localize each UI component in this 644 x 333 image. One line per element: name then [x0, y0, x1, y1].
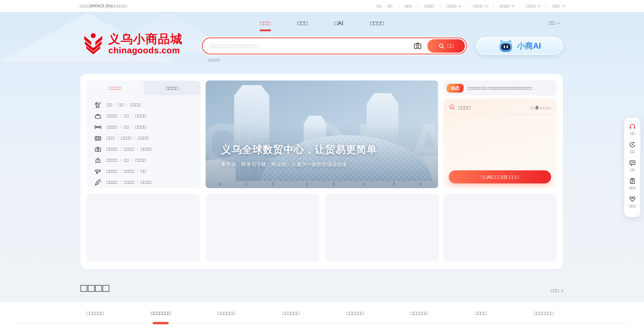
- ai-pill-label: 小商AI: [517, 41, 541, 51]
- topbar-link[interactable]: □□□□: [520, 4, 540, 8]
- category-tab-markets[interactable]: □□□□: [87, 80, 144, 95]
- search-input[interactable]: [210, 43, 411, 49]
- hero-banner[interactable]: GLOBAL: [206, 80, 438, 188]
- stock-ticker: □□□□(600415.SH)□□□□□□: [80, 4, 127, 8]
- points-count: 0: [535, 105, 538, 110]
- see-more-link[interactable]: □□□: [551, 288, 563, 293]
- separator: /: [120, 158, 121, 163]
- bottom-tab[interactable]: □□□□□□□: [534, 311, 553, 326]
- nav-tab-ai[interactable]: □AI: [334, 17, 343, 32]
- nav-tab-market[interactable]: □□□: [260, 17, 270, 32]
- toolbox-icon: [94, 145, 102, 153]
- separator: /: [126, 103, 127, 107]
- category-link[interactable]: □□: [124, 113, 129, 118]
- separator: /: [137, 147, 138, 152]
- category-row: □□□□/ □□/ □□□□: [94, 121, 201, 132]
- stroller-icon: [94, 101, 102, 109]
- main-nav: □□□ □□□ □AI □□□□: [0, 17, 644, 32]
- category-link[interactable]: □□□□: [107, 113, 117, 118]
- topbar-link[interactable]: □□□: [398, 4, 412, 8]
- category-tab-industry[interactable]: □□□□: [144, 80, 201, 95]
- banner-title: 义乌全球数贸中心，让贸易更简单: [221, 143, 377, 157]
- category-link[interactable]: □□: [141, 169, 146, 174]
- topbar-link[interactable]: □□□□: [440, 4, 461, 8]
- topbar-link[interactable]: □□: [377, 4, 382, 8]
- ai-card-meta: □□0□□□□□: [530, 105, 551, 110]
- bow-tie-icon: [94, 123, 102, 131]
- placeholder-card: [206, 194, 319, 261]
- category-link[interactable]: □□□□: [136, 113, 146, 118]
- section-title: □□□□: [80, 282, 110, 294]
- sidebar-item-service[interactable]: □□: [629, 123, 636, 135]
- topbar-link[interactable]: □□□□: [418, 4, 434, 8]
- bottom-tab[interactable]: □□□□□□: [346, 311, 364, 326]
- bottom-tab[interactable]: □□□□□□: [87, 311, 104, 326]
- category-link[interactable]: □□□□: [136, 158, 146, 163]
- topbar-link[interactable]: □□□: [546, 4, 564, 8]
- separator: /: [115, 103, 116, 107]
- category-link[interactable]: □□□□: [136, 124, 146, 129]
- category-link[interactable]: □□: [124, 158, 129, 163]
- bottom-tab[interactable]: □□□□□□: [282, 311, 299, 326]
- bottom-tab[interactable]: □□□□: [475, 311, 486, 326]
- chat-icon: [629, 159, 636, 166]
- tissue-box-icon: [94, 112, 102, 120]
- category-link[interactable]: □□□□: [107, 124, 117, 129]
- site-logo[interactable]: 义乌小商品城 chinagoods.com: [82, 32, 183, 55]
- news-ticker[interactable]: 动态 □□□□□□□□ □□□□□□□□□□□□□□□□□□: [443, 80, 556, 96]
- category-row: □□□□/ □□□□/ □□□□: [94, 177, 201, 188]
- category-link[interactable]: □□□□: [124, 169, 134, 174]
- sidebar-item-cooperation[interactable]: □□□: [629, 196, 636, 208]
- xiaoshang-ai-button[interactable]: 小商AI: [476, 37, 563, 55]
- bottom-tab[interactable]: □□□□□□□: [151, 311, 171, 326]
- category-link[interactable]: □□: [107, 102, 112, 107]
- category-link[interactable]: □□□□: [121, 135, 131, 141]
- topbar-link[interactable]: □□□□: [493, 4, 514, 8]
- category-link[interactable]: □□□□: [107, 158, 117, 163]
- category-link[interactable]: □□: [118, 102, 124, 107]
- language-selector[interactable]: □□: [549, 20, 559, 25]
- bottom-tab[interactable]: □□□□□□: [218, 311, 235, 326]
- placeholder-card: [443, 194, 557, 261]
- hot-search-words[interactable]: □□□□□: [208, 58, 467, 62]
- category-link[interactable]: □□□□: [138, 135, 149, 141]
- separator: /: [134, 136, 135, 141]
- topbar-link[interactable]: □□: [387, 4, 392, 8]
- bottom-tabs: □□□□□□ □□□□□□□ □□□□□□ □□□□□□ □□□□□□ □□□□…: [87, 311, 553, 326]
- search-icon: [438, 43, 445, 49]
- sidebar-item-requirements[interactable]: □□□: [629, 177, 636, 190]
- ai-quiz-button[interactable]: □□AI□□□10□□□□: [449, 170, 551, 183]
- category-link[interactable]: □□□□: [107, 147, 117, 152]
- topbar: □□□□(600415.SH)□□□□□□ □□ □□ □□□ □□□□ □□□…: [0, 0, 644, 12]
- category-link[interactable]: □□□□: [130, 102, 141, 107]
- category-link[interactable]: □□□□: [141, 180, 151, 185]
- category-link[interactable]: □□□□: [107, 169, 117, 174]
- chevron-down-icon: [485, 4, 488, 7]
- category-link[interactable]: □□□□: [107, 180, 117, 185]
- logo-chinese-name: 义乌小商品城: [108, 33, 183, 45]
- handshake-icon: [629, 196, 636, 203]
- category-row: □□□□/ □□/ □□□□: [94, 155, 201, 166]
- nav-tab-services[interactable]: □□□□: [370, 17, 384, 32]
- category-list: □□/ □□/ □□□□ □□□□/ □□/ □□□□ □□□□/ □□/ □□…: [87, 95, 201, 188]
- sidebar-item-tour[interactable]: □□: [629, 141, 636, 154]
- camera-icon[interactable]: [413, 42, 422, 50]
- category-link[interactable]: □□□□: [141, 147, 151, 152]
- news-text: □□□□□□□□ □□□□□□□□□□□□□□□□□□: [468, 86, 532, 91]
- category-link[interactable]: □□□: [107, 135, 115, 141]
- floating-sidebar: □□ □□ □□ □□□ □□□: [624, 118, 640, 217]
- chevron-right-icon: [560, 289, 564, 292]
- category-row: □□□□/ □□/ □□□□: [94, 110, 201, 121]
- sidebar-item-feedback[interactable]: □□: [629, 159, 636, 172]
- search-button[interactable]: □□: [427, 39, 465, 53]
- bottom-tab-section: □□□□□□ □□□□□□□ □□□□□□ □□□□□□ □□□□□□ □□□□…: [0, 302, 644, 333]
- bottom-tab[interactable]: □□□□□□: [411, 311, 428, 326]
- separator: /: [120, 125, 121, 129]
- chevron-down-icon: [458, 4, 462, 7]
- nav-tab-products[interactable]: □□□: [297, 17, 308, 32]
- category-link[interactable]: □□□□: [124, 180, 134, 185]
- category-row: □□□/ □□□□/ □□□□: [94, 132, 201, 144]
- topbar-link[interactable]: □□□□: [467, 4, 487, 8]
- category-link[interactable]: □□□□: [124, 147, 134, 152]
- category-link[interactable]: □□: [124, 124, 129, 129]
